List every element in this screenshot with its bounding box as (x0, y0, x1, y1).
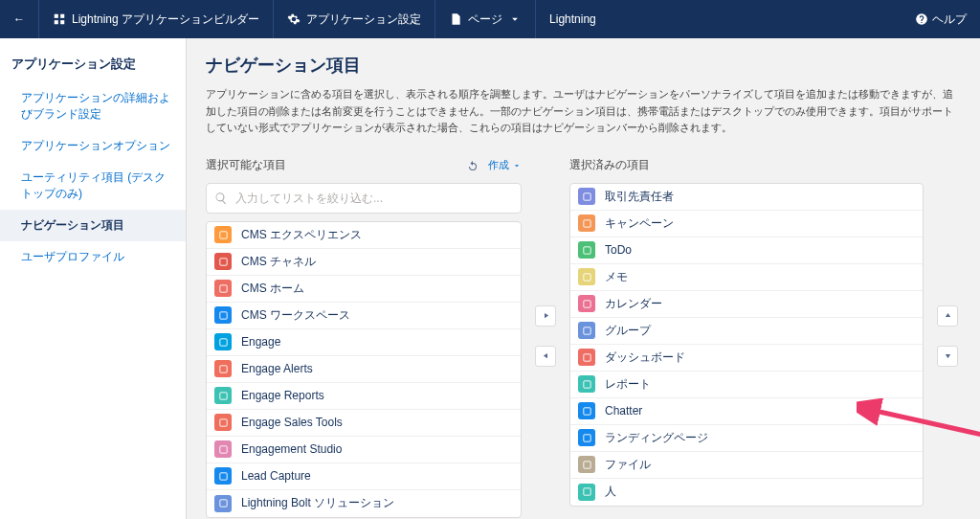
gear-icon (287, 12, 301, 26)
svg-rect-15 (583, 193, 590, 200)
svg-rect-6 (219, 285, 226, 292)
list-item[interactable]: ファイル (570, 452, 923, 479)
item-label: ファイル (605, 457, 651, 473)
list-item[interactable]: カレンダー (570, 291, 923, 318)
create-button[interactable]: 作成 (488, 158, 522, 172)
item-label: グループ (605, 323, 651, 339)
list-item[interactable]: Lead Capture (207, 463, 521, 490)
list-item[interactable]: 人 (570, 479, 923, 506)
refresh-icon (467, 160, 479, 171)
list-item[interactable]: Lightning Bolt ソリューション (207, 490, 521, 517)
item-label: Engage (241, 335, 280, 349)
triangle-up-icon (944, 311, 952, 320)
item-icon (578, 484, 595, 501)
question-icon (915, 12, 928, 26)
list-item[interactable]: Engage Reports (207, 383, 521, 410)
item-icon (578, 214, 595, 232)
svg-rect-3 (60, 20, 64, 24)
selected-title: 選択済みの項目 (569, 157, 924, 173)
item-icon (578, 268, 595, 285)
item-icon (214, 333, 232, 350)
list-item[interactable]: Engage (207, 329, 521, 356)
item-icon (214, 280, 232, 297)
item-label: CMS ワークスペース (241, 307, 350, 324)
list-item[interactable]: ランディングページ (570, 425, 923, 452)
list-item[interactable]: グループ (570, 318, 923, 345)
list-item[interactable]: CMS チャネル (207, 249, 521, 276)
svg-rect-18 (583, 274, 590, 281)
item-label: CMS ホーム (241, 281, 304, 297)
list-item[interactable]: メモ (570, 264, 923, 291)
svg-rect-24 (583, 435, 590, 441)
builder-title: Lightning アプリケーションビルダー (39, 0, 274, 38)
item-icon (214, 414, 232, 431)
list-item[interactable]: ダッシュボード (570, 345, 923, 372)
list-item[interactable]: 取引先責任者 (570, 184, 923, 211)
list-item[interactable]: CMS ワークスペース (207, 303, 521, 329)
item-label: Engagement Studio (241, 442, 342, 456)
item-label: Lead Capture (241, 469, 311, 483)
item-label: 取引先責任者 (605, 189, 674, 205)
svg-rect-19 (583, 301, 590, 307)
move-down-button[interactable] (937, 346, 958, 367)
pages-dropdown[interactable]: ページ (435, 0, 536, 38)
list-item[interactable]: CMS エクスペリエンス (207, 222, 521, 249)
svg-rect-0 (55, 14, 58, 18)
list-item[interactable]: Engage Sales Tools (207, 410, 521, 437)
list-item[interactable]: ToDo (570, 237, 923, 264)
refresh-button[interactable] (467, 160, 479, 171)
back-button[interactable]: ← (0, 0, 39, 38)
search-icon (214, 192, 228, 205)
list-item[interactable]: Engagement Studio (207, 437, 521, 463)
sidebar-item[interactable]: ユーティリティ項目 (デスクトップのみ) (0, 162, 186, 210)
item-label: レポート (605, 376, 651, 393)
chevron-down-icon (512, 161, 522, 170)
move-up-button[interactable] (937, 305, 958, 327)
item-icon (578, 241, 595, 259)
item-label: Engage Alerts (241, 362, 313, 375)
svg-rect-25 (583, 462, 590, 468)
move-right-button[interactable] (535, 305, 556, 327)
item-label: CMS エクスペリエンス (241, 227, 362, 243)
item-icon (578, 402, 595, 419)
item-icon (214, 226, 232, 243)
item-label: ダッシュボード (605, 350, 685, 366)
list-item[interactable]: Chatter (570, 398, 923, 425)
item-icon (214, 467, 232, 485)
sidebar-title: アプリケーション設定 (0, 48, 186, 82)
sidebar-item[interactable]: ナビゲーション項目 (0, 210, 186, 241)
item-label: カレンダー (605, 296, 662, 312)
svg-rect-2 (55, 20, 58, 24)
list-item[interactable]: CMS ホーム (207, 276, 521, 303)
item-label: メモ (605, 269, 628, 285)
item-icon (578, 456, 595, 473)
move-left-button[interactable] (535, 346, 556, 367)
item-icon (578, 349, 595, 366)
item-label: CMS チャネル (241, 254, 316, 270)
item-icon (578, 375, 595, 393)
sidebar-item[interactable]: アプリケーションの詳細およびブランド設定 (0, 82, 186, 130)
item-icon (214, 306, 232, 324)
sidebar-item[interactable]: アプリケーションオプション (0, 130, 186, 162)
svg-rect-21 (583, 354, 590, 361)
available-title: 選択可能な項目 (206, 157, 457, 173)
item-icon (214, 495, 232, 512)
item-icon (214, 387, 232, 404)
svg-rect-22 (583, 381, 590, 388)
help-button[interactable]: ヘルプ (902, 0, 980, 38)
svg-rect-26 (583, 488, 590, 495)
svg-rect-7 (219, 312, 226, 319)
list-item[interactable]: Engage Alerts (207, 356, 521, 383)
search-input[interactable] (235, 192, 521, 205)
list-item[interactable]: キャンペーン (570, 211, 923, 237)
app-settings-tab[interactable]: アプリケーション設定 (274, 0, 435, 38)
item-label: Engage Reports (241, 389, 324, 402)
sidebar-item[interactable]: ユーザプロファイル (0, 241, 186, 273)
svg-rect-4 (219, 232, 226, 238)
list-item[interactable]: レポート (570, 372, 923, 398)
svg-rect-1 (60, 14, 64, 18)
page-icon (449, 12, 462, 26)
svg-rect-14 (219, 500, 226, 507)
item-label: ランディングページ (605, 430, 708, 446)
item-label: Chatter (605, 404, 642, 417)
